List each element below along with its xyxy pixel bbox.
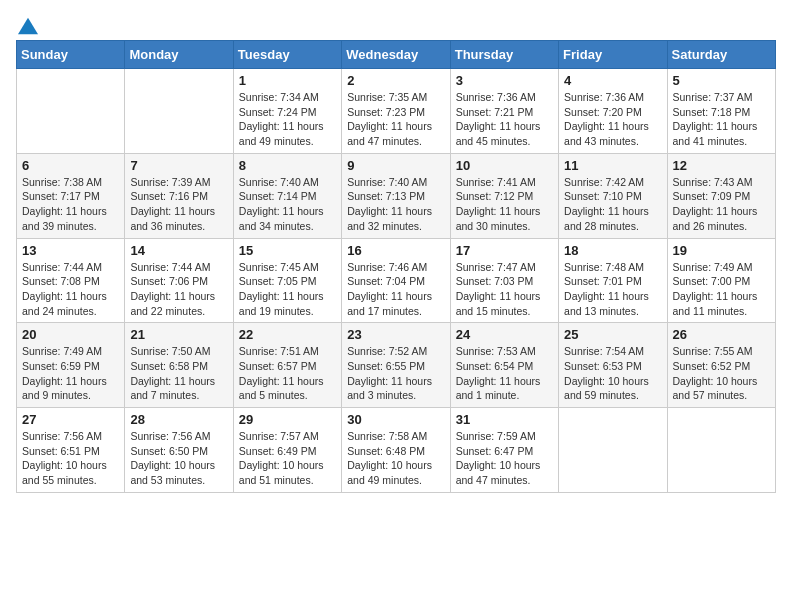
column-header-wednesday: Wednesday <box>342 41 450 69</box>
column-header-friday: Friday <box>559 41 667 69</box>
day-number: 5 <box>673 73 770 88</box>
calendar-cell: 14Sunrise: 7:44 AMSunset: 7:06 PMDayligh… <box>125 238 233 323</box>
calendar-cell: 9Sunrise: 7:40 AMSunset: 7:13 PMDaylight… <box>342 153 450 238</box>
cell-info: Sunrise: 7:40 AMSunset: 7:14 PMDaylight:… <box>239 175 336 234</box>
day-number: 20 <box>22 327 119 342</box>
cell-info: Sunrise: 7:56 AMSunset: 6:50 PMDaylight:… <box>130 429 227 488</box>
calendar-cell: 23Sunrise: 7:52 AMSunset: 6:55 PMDayligh… <box>342 323 450 408</box>
cell-info: Sunrise: 7:44 AMSunset: 7:08 PMDaylight:… <box>22 260 119 319</box>
day-number: 14 <box>130 243 227 258</box>
calendar-cell: 3Sunrise: 7:36 AMSunset: 7:21 PMDaylight… <box>450 69 558 154</box>
calendar-cell: 6Sunrise: 7:38 AMSunset: 7:17 PMDaylight… <box>17 153 125 238</box>
calendar-cell <box>559 408 667 493</box>
calendar-cell: 2Sunrise: 7:35 AMSunset: 7:23 PMDaylight… <box>342 69 450 154</box>
day-number: 25 <box>564 327 661 342</box>
cell-info: Sunrise: 7:35 AMSunset: 7:23 PMDaylight:… <box>347 90 444 149</box>
day-number: 15 <box>239 243 336 258</box>
cell-info: Sunrise: 7:48 AMSunset: 7:01 PMDaylight:… <box>564 260 661 319</box>
cell-info: Sunrise: 7:49 AMSunset: 6:59 PMDaylight:… <box>22 344 119 403</box>
column-header-monday: Monday <box>125 41 233 69</box>
day-number: 16 <box>347 243 444 258</box>
cell-info: Sunrise: 7:56 AMSunset: 6:51 PMDaylight:… <box>22 429 119 488</box>
cell-info: Sunrise: 7:55 AMSunset: 6:52 PMDaylight:… <box>673 344 770 403</box>
day-number: 17 <box>456 243 553 258</box>
calendar-cell: 19Sunrise: 7:49 AMSunset: 7:00 PMDayligh… <box>667 238 775 323</box>
day-number: 12 <box>673 158 770 173</box>
cell-info: Sunrise: 7:41 AMSunset: 7:12 PMDaylight:… <box>456 175 553 234</box>
calendar-cell: 15Sunrise: 7:45 AMSunset: 7:05 PMDayligh… <box>233 238 341 323</box>
cell-info: Sunrise: 7:42 AMSunset: 7:10 PMDaylight:… <box>564 175 661 234</box>
calendar-cell: 25Sunrise: 7:54 AMSunset: 6:53 PMDayligh… <box>559 323 667 408</box>
calendar-cell: 30Sunrise: 7:58 AMSunset: 6:48 PMDayligh… <box>342 408 450 493</box>
column-header-sunday: Sunday <box>17 41 125 69</box>
day-number: 21 <box>130 327 227 342</box>
calendar-cell: 26Sunrise: 7:55 AMSunset: 6:52 PMDayligh… <box>667 323 775 408</box>
day-number: 8 <box>239 158 336 173</box>
page-header <box>16 16 776 30</box>
cell-info: Sunrise: 7:47 AMSunset: 7:03 PMDaylight:… <box>456 260 553 319</box>
logo <box>16 16 38 30</box>
cell-info: Sunrise: 7:51 AMSunset: 6:57 PMDaylight:… <box>239 344 336 403</box>
calendar-table: SundayMondayTuesdayWednesdayThursdayFrid… <box>16 40 776 493</box>
day-number: 22 <box>239 327 336 342</box>
day-number: 31 <box>456 412 553 427</box>
cell-info: Sunrise: 7:44 AMSunset: 7:06 PMDaylight:… <box>130 260 227 319</box>
day-number: 24 <box>456 327 553 342</box>
column-header-saturday: Saturday <box>667 41 775 69</box>
day-number: 3 <box>456 73 553 88</box>
cell-info: Sunrise: 7:52 AMSunset: 6:55 PMDaylight:… <box>347 344 444 403</box>
cell-info: Sunrise: 7:50 AMSunset: 6:58 PMDaylight:… <box>130 344 227 403</box>
cell-info: Sunrise: 7:45 AMSunset: 7:05 PMDaylight:… <box>239 260 336 319</box>
day-number: 6 <box>22 158 119 173</box>
calendar-cell: 1Sunrise: 7:34 AMSunset: 7:24 PMDaylight… <box>233 69 341 154</box>
calendar-cell: 5Sunrise: 7:37 AMSunset: 7:18 PMDaylight… <box>667 69 775 154</box>
calendar-cell: 31Sunrise: 7:59 AMSunset: 6:47 PMDayligh… <box>450 408 558 493</box>
calendar-cell <box>17 69 125 154</box>
calendar-cell: 7Sunrise: 7:39 AMSunset: 7:16 PMDaylight… <box>125 153 233 238</box>
cell-info: Sunrise: 7:54 AMSunset: 6:53 PMDaylight:… <box>564 344 661 403</box>
cell-info: Sunrise: 7:57 AMSunset: 6:49 PMDaylight:… <box>239 429 336 488</box>
cell-info: Sunrise: 7:36 AMSunset: 7:21 PMDaylight:… <box>456 90 553 149</box>
cell-info: Sunrise: 7:59 AMSunset: 6:47 PMDaylight:… <box>456 429 553 488</box>
cell-info: Sunrise: 7:58 AMSunset: 6:48 PMDaylight:… <box>347 429 444 488</box>
day-number: 1 <box>239 73 336 88</box>
cell-info: Sunrise: 7:39 AMSunset: 7:16 PMDaylight:… <box>130 175 227 234</box>
calendar-cell: 22Sunrise: 7:51 AMSunset: 6:57 PMDayligh… <box>233 323 341 408</box>
cell-info: Sunrise: 7:37 AMSunset: 7:18 PMDaylight:… <box>673 90 770 149</box>
calendar-cell: 18Sunrise: 7:48 AMSunset: 7:01 PMDayligh… <box>559 238 667 323</box>
week-row-5: 27Sunrise: 7:56 AMSunset: 6:51 PMDayligh… <box>17 408 776 493</box>
day-number: 11 <box>564 158 661 173</box>
day-number: 30 <box>347 412 444 427</box>
day-number: 9 <box>347 158 444 173</box>
cell-info: Sunrise: 7:40 AMSunset: 7:13 PMDaylight:… <box>347 175 444 234</box>
calendar-cell: 8Sunrise: 7:40 AMSunset: 7:14 PMDaylight… <box>233 153 341 238</box>
week-row-3: 13Sunrise: 7:44 AMSunset: 7:08 PMDayligh… <box>17 238 776 323</box>
day-number: 2 <box>347 73 444 88</box>
day-number: 19 <box>673 243 770 258</box>
day-number: 27 <box>22 412 119 427</box>
week-row-2: 6Sunrise: 7:38 AMSunset: 7:17 PMDaylight… <box>17 153 776 238</box>
week-row-4: 20Sunrise: 7:49 AMSunset: 6:59 PMDayligh… <box>17 323 776 408</box>
calendar-cell: 21Sunrise: 7:50 AMSunset: 6:58 PMDayligh… <box>125 323 233 408</box>
calendar-cell <box>125 69 233 154</box>
day-number: 18 <box>564 243 661 258</box>
calendar-cell: 16Sunrise: 7:46 AMSunset: 7:04 PMDayligh… <box>342 238 450 323</box>
calendar-cell: 4Sunrise: 7:36 AMSunset: 7:20 PMDaylight… <box>559 69 667 154</box>
day-number: 23 <box>347 327 444 342</box>
calendar-cell: 10Sunrise: 7:41 AMSunset: 7:12 PMDayligh… <box>450 153 558 238</box>
logo-icon <box>18 16 38 36</box>
calendar-cell: 28Sunrise: 7:56 AMSunset: 6:50 PMDayligh… <box>125 408 233 493</box>
day-number: 13 <box>22 243 119 258</box>
calendar-cell: 29Sunrise: 7:57 AMSunset: 6:49 PMDayligh… <box>233 408 341 493</box>
calendar-cell: 24Sunrise: 7:53 AMSunset: 6:54 PMDayligh… <box>450 323 558 408</box>
calendar-header: SundayMondayTuesdayWednesdayThursdayFrid… <box>17 41 776 69</box>
calendar-cell: 11Sunrise: 7:42 AMSunset: 7:10 PMDayligh… <box>559 153 667 238</box>
day-number: 28 <box>130 412 227 427</box>
day-number: 29 <box>239 412 336 427</box>
cell-info: Sunrise: 7:53 AMSunset: 6:54 PMDaylight:… <box>456 344 553 403</box>
cell-info: Sunrise: 7:43 AMSunset: 7:09 PMDaylight:… <box>673 175 770 234</box>
day-number: 4 <box>564 73 661 88</box>
day-number: 7 <box>130 158 227 173</box>
calendar-cell <box>667 408 775 493</box>
column-header-tuesday: Tuesday <box>233 41 341 69</box>
